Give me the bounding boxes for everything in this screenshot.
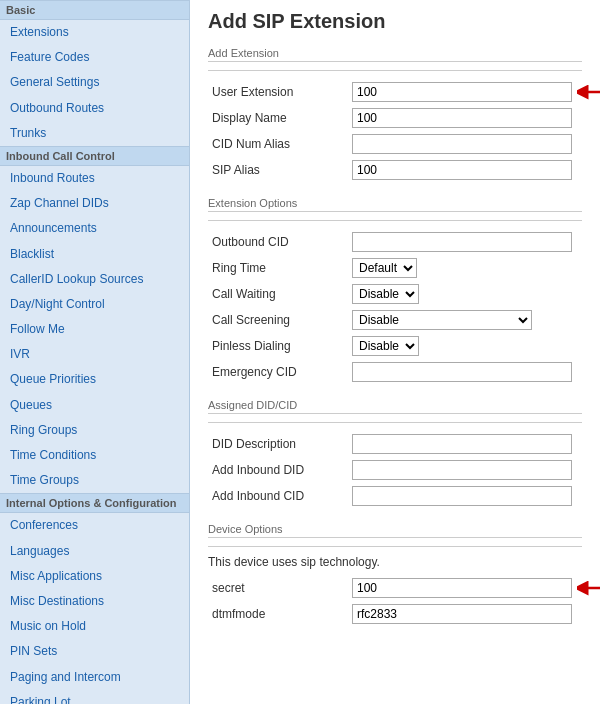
- call-screening-row: Call Screening Disable Enable: [208, 307, 582, 333]
- cid-num-alias-label: CID Num Alias: [208, 131, 348, 157]
- add-inbound-cid-input[interactable]: [352, 486, 572, 506]
- sidebar-item-pin-sets[interactable]: PIN Sets: [0, 639, 189, 664]
- sidebar-item-day-night-control[interactable]: Day/Night Control: [0, 292, 189, 317]
- sidebar-section-inbound-call-control: Inbound Call Control: [0, 146, 189, 166]
- add-inbound-did-label: Add Inbound DID: [208, 457, 348, 483]
- outbound-cid-input[interactable]: [352, 232, 572, 252]
- user-extension-input[interactable]: [352, 82, 572, 102]
- device-options-header: Device Options: [208, 523, 582, 538]
- pinless-dialing-row: Pinless Dialing Disable Enable: [208, 333, 582, 359]
- sidebar-item-paging-and-intercom[interactable]: Paging and Intercom: [0, 665, 189, 690]
- cid-num-alias-input[interactable]: [352, 134, 572, 154]
- sidebar-item-queue-priorities[interactable]: Queue Priorities: [0, 367, 189, 392]
- dtmfmode-label: dtmfmode: [208, 601, 348, 627]
- user-extension-arrow-container: [352, 82, 572, 102]
- sip-alias-input[interactable]: [352, 160, 572, 180]
- pinless-dialing-label: Pinless Dialing: [208, 333, 348, 359]
- add-extension-table: User Extension Display Name: [208, 79, 582, 183]
- call-waiting-label: Call Waiting: [208, 281, 348, 307]
- assigned-did-cid-header: Assigned DID/CID: [208, 399, 582, 414]
- sidebar-item-misc-applications[interactable]: Misc Applications: [0, 564, 189, 589]
- did-description-label: DID Description: [208, 431, 348, 457]
- sidebar-item-music-on-hold[interactable]: Music on Hold: [0, 614, 189, 639]
- user-extension-label: User Extension: [208, 79, 348, 105]
- dtmfmode-input[interactable]: [352, 604, 572, 624]
- sidebar-item-trunks[interactable]: Trunks: [0, 121, 189, 146]
- secret-arrow-icon: [577, 579, 600, 597]
- sidebar-item-parking-lot[interactable]: Parking Lot: [0, 690, 189, 704]
- user-extension-arrow-icon: [577, 83, 600, 101]
- display-name-row: Display Name: [208, 105, 582, 131]
- call-waiting-row: Call Waiting Disable Enable: [208, 281, 582, 307]
- sidebar-section-internal-options-&-configuration: Internal Options & Configuration: [0, 493, 189, 513]
- device-note: This device uses sip technology.: [208, 555, 582, 569]
- pinless-dialing-select[interactable]: Disable Enable: [352, 336, 419, 356]
- sidebar-item-announcements[interactable]: Announcements: [0, 216, 189, 241]
- sidebar-item-extensions[interactable]: Extensions: [0, 20, 189, 45]
- sidebar-item-queues[interactable]: Queues: [0, 393, 189, 418]
- did-description-input[interactable]: [352, 434, 572, 454]
- call-waiting-select[interactable]: Disable Enable: [352, 284, 419, 304]
- add-inbound-did-row: Add Inbound DID: [208, 457, 582, 483]
- sidebar-item-callerid-lookup-sources[interactable]: CallerID Lookup Sources: [0, 267, 189, 292]
- secret-row: secret: [208, 575, 582, 601]
- sidebar-item-feature-codes[interactable]: Feature Codes: [0, 45, 189, 70]
- outbound-cid-row: Outbound CID: [208, 229, 582, 255]
- sidebar-item-languages[interactable]: Languages: [0, 539, 189, 564]
- secret-arrow-container: [352, 578, 572, 598]
- sidebar-item-general-settings[interactable]: General Settings: [0, 70, 189, 95]
- sidebar-item-inbound-routes[interactable]: Inbound Routes: [0, 166, 189, 191]
- sidebar-item-outbound-routes[interactable]: Outbound Routes: [0, 96, 189, 121]
- device-options-table: secret dtmfmode: [208, 575, 582, 627]
- sidebar-item-time-groups[interactable]: Time Groups: [0, 468, 189, 493]
- sidebar-item-misc-destinations[interactable]: Misc Destinations: [0, 589, 189, 614]
- add-inbound-cid-label: Add Inbound CID: [208, 483, 348, 509]
- call-screening-label: Call Screening: [208, 307, 348, 333]
- outbound-cid-label: Outbound CID: [208, 229, 348, 255]
- sidebar-item-follow-me[interactable]: Follow Me: [0, 317, 189, 342]
- cid-num-alias-row: CID Num Alias: [208, 131, 582, 157]
- ring-time-select[interactable]: Default 15 20 25 30 45 60 120: [352, 258, 417, 278]
- sip-alias-row: SIP Alias: [208, 157, 582, 183]
- sidebar-item-ivr[interactable]: IVR: [0, 342, 189, 367]
- extension-options-table: Outbound CID Ring Time Default 15 20 25 …: [208, 229, 582, 385]
- did-description-row: DID Description: [208, 431, 582, 457]
- display-name-input[interactable]: [352, 108, 572, 128]
- secret-label: secret: [208, 575, 348, 601]
- sidebar-item-conferences[interactable]: Conferences: [0, 513, 189, 538]
- sidebar-item-ring-groups[interactable]: Ring Groups: [0, 418, 189, 443]
- display-name-label: Display Name: [208, 105, 348, 131]
- sip-alias-label: SIP Alias: [208, 157, 348, 183]
- secret-input[interactable]: [352, 578, 572, 598]
- sidebar-item-time-conditions[interactable]: Time Conditions: [0, 443, 189, 468]
- extension-options-header: Extension Options: [208, 197, 582, 212]
- add-inbound-cid-row: Add Inbound CID: [208, 483, 582, 509]
- sidebar-item-blacklist[interactable]: Blacklist: [0, 242, 189, 267]
- dtmfmode-row: dtmfmode: [208, 601, 582, 627]
- page-title: Add SIP Extension: [208, 10, 582, 33]
- add-inbound-did-input[interactable]: [352, 460, 572, 480]
- ring-time-row: Ring Time Default 15 20 25 30 45 60 120: [208, 255, 582, 281]
- ring-time-label: Ring Time: [208, 255, 348, 281]
- sidebar-item-zap-channel-dids[interactable]: Zap Channel DIDs: [0, 191, 189, 216]
- add-extension-header: Add Extension: [208, 47, 582, 62]
- sidebar-section-basic: Basic: [0, 0, 189, 20]
- emergency-cid-input[interactable]: [352, 362, 572, 382]
- emergency-cid-row: Emergency CID: [208, 359, 582, 385]
- sidebar: BasicExtensionsFeature CodesGeneral Sett…: [0, 0, 190, 704]
- user-extension-row: User Extension: [208, 79, 582, 105]
- did-cid-table: DID Description Add Inbound DID Add Inbo…: [208, 431, 582, 509]
- emergency-cid-label: Emergency CID: [208, 359, 348, 385]
- main-content: Add SIP Extension Add Extension User Ext…: [190, 0, 600, 704]
- call-screening-select[interactable]: Disable Enable: [352, 310, 532, 330]
